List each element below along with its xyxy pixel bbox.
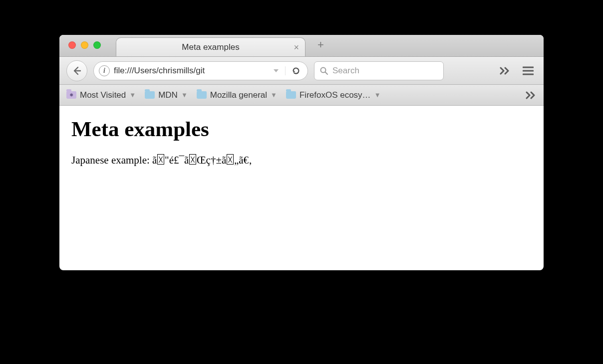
hamburger-icon: [523, 66, 534, 75]
menu-button[interactable]: [520, 66, 537, 75]
bookmark-label: Mozilla general: [210, 90, 267, 100]
tab-close-button[interactable]: ×: [294, 43, 299, 52]
bookmark-label: Most Visited: [80, 90, 126, 100]
chevron-down-icon: [273, 68, 279, 74]
bookmark-mozilla-general[interactable]: Mozilla general ▼: [197, 90, 277, 100]
browser-tab[interactable]: Meta examples ×: [116, 37, 305, 56]
bookmarks-bar: ✸ Most Visited ▼ MDN ▼ Mozilla general ▼…: [59, 85, 544, 106]
reload-icon: [292, 66, 301, 75]
page-content: Meta examples Japanese example: ã"é£¯ãŒç…: [59, 106, 544, 270]
search-bar[interactable]: Search: [314, 61, 444, 80]
bookmark-label: MDN: [158, 90, 178, 100]
chevron-down-icon: ▼: [271, 91, 277, 99]
folder-icon: [197, 91, 207, 99]
tofu-glyph: [157, 154, 164, 165]
search-placeholder: Search: [332, 66, 359, 76]
bookmark-most-visited[interactable]: ✸ Most Visited ▼: [66, 90, 136, 100]
window-minimize-button[interactable]: [81, 41, 88, 49]
tab-bar: Meta examples × +: [59, 35, 544, 57]
folder-icon: [286, 91, 296, 99]
svg-line-1: [325, 72, 328, 74]
address-bar[interactable]: i file:///Users/chrismills/git: [93, 61, 308, 80]
window-zoom-button[interactable]: [93, 41, 101, 49]
search-icon: [319, 66, 328, 75]
navigation-toolbar: i file:///Users/chrismills/git Search: [59, 57, 544, 85]
url-dropdown-button[interactable]: [271, 68, 281, 74]
page-heading: Meta examples: [71, 117, 532, 141]
back-button[interactable]: [66, 60, 87, 81]
reload-button[interactable]: [285, 66, 304, 75]
garbled-text: ã"é£¯ãŒç†±ã„ã€‚: [152, 154, 252, 166]
tofu-glyph: [189, 154, 196, 165]
chevron-down-icon: ▼: [374, 91, 381, 99]
bookmark-label: FirefoxOS ecosy…: [300, 90, 371, 100]
folder-icon: [145, 91, 155, 99]
gear-icon: ✸: [66, 91, 76, 99]
chevrons-right-icon: [526, 91, 537, 99]
page-paragraph: Japanese example: ã"é£¯ãŒç†±ã„ã€‚: [71, 154, 532, 167]
new-tab-button[interactable]: +: [317, 38, 324, 51]
chevrons-right-icon: [500, 67, 511, 75]
tofu-glyph: [227, 154, 234, 165]
body-prefix: Japanese example:: [71, 154, 152, 166]
arrow-left-icon: [72, 66, 82, 76]
bookmark-mdn[interactable]: MDN ▼: [145, 90, 188, 100]
chevron-down-icon: ▼: [181, 91, 188, 99]
url-text: file:///Users/chrismills/git: [114, 66, 267, 76]
window-controls: [68, 41, 101, 49]
browser-window: Meta examples × + i file:///Users/chrism…: [59, 35, 544, 270]
folder-icon: ✸: [66, 91, 76, 99]
toolbar-overflow-button[interactable]: [497, 67, 514, 75]
bookmark-firefoxos-ecosy[interactable]: FirefoxOS ecosy… ▼: [286, 90, 381, 100]
site-info-icon[interactable]: i: [99, 65, 110, 76]
bookmarks-overflow-button[interactable]: [526, 91, 537, 99]
tab-title: Meta examples: [182, 42, 239, 52]
chevron-down-icon: ▼: [129, 91, 136, 99]
window-close-button[interactable]: [68, 41, 76, 49]
